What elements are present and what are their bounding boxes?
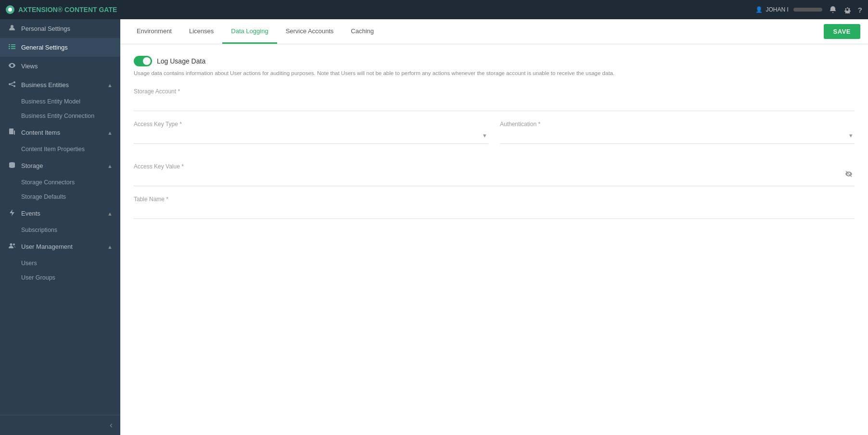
user-management-collapse-icon: ▲ [107, 244, 113, 250]
storage-account-label: Storage Account * [134, 88, 855, 95]
access-key-value-label: Access Key Value * [134, 163, 855, 170]
svg-rect-14 [11, 129, 13, 130]
sidebar-item-views[interactable]: Views [0, 57, 120, 76]
sidebar-item-personal-settings[interactable]: Personal Settings [0, 19, 120, 38]
svg-point-10 [13, 85, 15, 87]
log-usage-description: Usage data contains information about Us… [134, 69, 855, 77]
access-key-type-label: Access Key Type * [134, 121, 488, 128]
access-key-type-select[interactable] [134, 128, 488, 141]
table-name-input[interactable] [134, 204, 855, 217]
log-usage-label: Log Usage Data [157, 57, 205, 65]
storage-account-input[interactable] [134, 96, 855, 109]
sidebar-item-content-item-properties[interactable]: Content Item Properties [0, 142, 120, 156]
subscriptions-label: Subscriptions [21, 227, 57, 233]
sidebar-item-user-management[interactable]: User Management ▲ [0, 237, 120, 256]
topbar: AXTENSION® CONTENT GATE 👤 JOHAN I ? [0, 0, 868, 19]
table-name-label: Table Name * [134, 196, 855, 203]
sidebar-item-business-entity-connection[interactable]: Business Entity Connection [0, 109, 120, 123]
storage-label: Storage [21, 162, 102, 169]
user-info: 👤 JOHAN I [755, 6, 822, 13]
authentication-select[interactable] [500, 128, 855, 141]
sidebar-collapse-button[interactable]: ‹ [0, 415, 120, 435]
authentication-select-wrapper [500, 128, 855, 141]
sidebar-item-storage-defaults[interactable]: Storage Defaults [0, 190, 120, 204]
notification-button[interactable] [829, 6, 837, 13]
access-key-type-select-wrapper [134, 128, 488, 141]
save-button[interactable]: SAVE [824, 24, 860, 39]
business-entities-icon [8, 80, 16, 90]
general-settings-label: General Settings [21, 44, 113, 51]
access-key-auth-row: Access Key Type * Authentication * [134, 121, 855, 154]
svg-rect-3 [11, 44, 15, 45]
tab-data-logging[interactable]: Data Logging [222, 19, 277, 44]
general-settings-icon [8, 43, 16, 52]
storage-collapse-icon: ▲ [107, 163, 113, 169]
personal-settings-label: Personal Settings [21, 25, 113, 32]
business-entities-collapse-icon: ▲ [107, 82, 113, 88]
views-label: Views [21, 63, 113, 70]
svg-rect-4 [9, 46, 10, 47]
help-button[interactable]: ? [858, 6, 862, 14]
views-icon [8, 62, 16, 71]
svg-point-19 [10, 243, 13, 246]
tab-service-accounts[interactable]: Service Accounts [277, 19, 343, 44]
svg-rect-6 [9, 48, 10, 49]
svg-line-12 [11, 85, 13, 86]
svg-rect-7 [11, 48, 15, 49]
personal-settings-icon [8, 24, 16, 33]
content-item-properties-label: Content Item Properties [21, 146, 85, 153]
access-key-type-field: Access Key Type * [134, 121, 488, 144]
svg-rect-5 [11, 46, 15, 47]
events-collapse-icon: ▲ [107, 211, 113, 217]
table-name-field: Table Name * [134, 196, 855, 219]
user-icon: 👤 [755, 6, 763, 13]
access-key-value-input[interactable] [134, 171, 855, 184]
svg-rect-15 [11, 131, 13, 132]
sidebar-item-business-entity-model[interactable]: Business Entity Model [0, 94, 120, 109]
business-entities-label: Business Entities [21, 81, 102, 89]
content-area: Log Usage Data Usage data contains infor… [120, 44, 868, 435]
svg-rect-17 [14, 130, 15, 135]
storage-account-field: Storage Account * [134, 88, 855, 111]
collapse-icon: ‹ [110, 420, 113, 430]
users-label: Users [21, 260, 37, 267]
layout: Personal Settings General Settings Views [0, 19, 868, 435]
topbar-right: 👤 JOHAN I ? [755, 6, 862, 14]
storage-connectors-label: Storage Connectors [21, 179, 75, 186]
content-items-icon [8, 128, 16, 137]
sidebar-item-users[interactable]: Users [0, 256, 120, 270]
user-groups-label: User Groups [21, 274, 55, 281]
storage-icon [8, 161, 16, 170]
storage-defaults-label: Storage Defaults [21, 193, 66, 200]
tab-licenses[interactable]: Licenses [180, 19, 222, 44]
events-icon [8, 209, 16, 218]
svg-rect-2 [9, 44, 10, 45]
sidebar-item-general-settings[interactable]: General Settings [0, 38, 120, 57]
svg-point-9 [13, 81, 15, 83]
access-key-value-field: Access Key Value * [134, 163, 855, 186]
business-entity-model-label: Business Entity Model [21, 98, 80, 105]
main-area: Environment Licenses Data Logging Servic… [120, 19, 868, 435]
sidebar-item-business-entities[interactable]: Business Entities ▲ [0, 76, 120, 94]
sidebar-item-storage-connectors[interactable]: Storage Connectors [0, 175, 120, 190]
tab-environment[interactable]: Environment [128, 19, 180, 44]
tabs: Environment Licenses Data Logging Servic… [128, 19, 383, 44]
sidebar-item-content-items[interactable]: Content Items ▲ [0, 123, 120, 142]
logo-icon [6, 5, 14, 14]
content-items-label: Content Items [21, 129, 102, 136]
tab-caching[interactable]: Caching [342, 19, 383, 44]
content-items-collapse-icon: ▲ [107, 130, 113, 136]
app-title: AXTENSION® CONTENT GATE [18, 6, 117, 13]
sidebar: Personal Settings General Settings Views [0, 19, 120, 435]
business-entity-connection-label: Business Entity Connection [21, 113, 94, 119]
sidebar-item-storage[interactable]: Storage ▲ [0, 156, 120, 175]
log-usage-toggle[interactable] [134, 56, 152, 66]
visibility-toggle-icon[interactable] [845, 170, 853, 179]
svg-point-0 [8, 8, 12, 12]
settings-button[interactable] [843, 6, 851, 13]
sidebar-item-subscriptions[interactable]: Subscriptions [0, 223, 120, 237]
svg-rect-16 [11, 132, 12, 133]
sidebar-item-user-groups[interactable]: User Groups [0, 270, 120, 285]
sidebar-item-events[interactable]: Events ▲ [0, 204, 120, 223]
user-name: JOHAN I [766, 6, 788, 13]
